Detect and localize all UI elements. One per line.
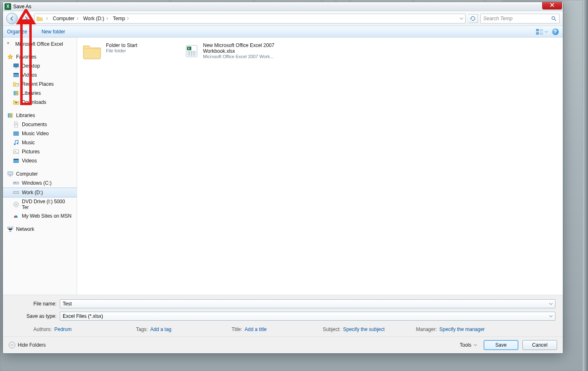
outer-scrollbar <box>582 0 588 371</box>
svg-rect-10 <box>17 91 18 96</box>
search-icon <box>551 16 557 21</box>
nav-msn-sites[interactable]: My Web Sites on MSN <box>3 211 77 221</box>
breadcrumb-drive[interactable]: Work (D:) <box>82 15 111 22</box>
arrow-left-icon <box>9 16 15 21</box>
titlebar[interactable]: X Save As <box>3 2 563 11</box>
excel-icon: X <box>5 3 11 10</box>
svg-rect-30 <box>9 231 11 232</box>
nav-pane: X Microsoft Office Excel Favorites Deskt… <box>3 38 77 295</box>
subject-value[interactable]: Specify the subject <box>343 326 385 332</box>
back-button[interactable] <box>6 13 18 24</box>
title-value[interactable]: Add a title <box>245 326 266 332</box>
nav-dvd-drive[interactable]: DVD Drive (I:) 5000 Ter <box>3 197 77 211</box>
nav-favorites[interactable]: Favorites <box>3 52 77 61</box>
address-bar[interactable]: Computer Work (D:) Temp <box>34 14 466 23</box>
tools-menu[interactable]: Tools <box>460 342 477 348</box>
chevron-down-icon[interactable] <box>459 16 463 21</box>
item-type: File folder <box>106 48 137 53</box>
close-button[interactable] <box>542 2 562 9</box>
item-excel-file[interactable]: X New Microsoft Office Excel 2007 Workbo… <box>183 41 282 61</box>
svg-rect-12 <box>9 113 11 118</box>
nav-lib-documents[interactable]: Documents <box>3 120 77 129</box>
nav-fav-videos[interactable]: Videos <box>3 70 77 80</box>
nav-lib-pictures[interactable]: Pictures <box>3 147 77 156</box>
type-select[interactable]: Excel Files (*.xlsx) <box>60 312 555 321</box>
item-name: New Microsoft Office Excel 2007 Workbook… <box>203 42 280 54</box>
svg-rect-22 <box>9 176 11 176</box>
music-icon <box>13 139 19 146</box>
authors-value[interactable]: Pedrum <box>54 326 72 332</box>
computer-icon <box>7 171 14 177</box>
svg-rect-24 <box>14 183 16 183</box>
collapse-icon <box>9 342 15 348</box>
video-icon <box>13 130 19 137</box>
recent-icon <box>13 81 19 87</box>
svg-rect-25 <box>13 191 19 193</box>
tags-label: Tags: <box>136 326 148 332</box>
chevron-down-icon[interactable] <box>548 301 554 307</box>
nav-fav-libraries[interactable]: Libraries <box>3 89 77 98</box>
filename-value: Test <box>63 301 72 307</box>
cancel-button[interactable]: Cancel <box>522 340 557 350</box>
nav-excel[interactable]: X Microsoft Office Excel <box>3 40 77 48</box>
manager-label: Manager: <box>416 326 437 332</box>
authors-label: Authors: <box>33 326 52 332</box>
svg-rect-11 <box>8 113 9 118</box>
hide-folders-button[interactable]: Hide Folders <box>9 342 46 348</box>
msn-icon <box>13 213 19 219</box>
nav-libraries[interactable]: Libraries <box>3 111 77 120</box>
breadcrumb-folder[interactable]: Temp <box>111 15 131 22</box>
svg-rect-29 <box>11 227 13 229</box>
svg-rect-13 <box>11 113 12 118</box>
nav-drive-c[interactable]: Windows (C:) <box>3 178 77 188</box>
save-options: File name: Test Save as type: Excel File… <box>3 295 563 336</box>
search-input[interactable]: Search Temp <box>480 14 560 23</box>
chevron-down-icon <box>545 30 548 33</box>
chevron-down-icon[interactable] <box>548 313 554 319</box>
breadcrumb-computer[interactable]: Computer <box>51 15 81 22</box>
nav-drive-d[interactable]: Work (D:) <box>3 188 77 197</box>
refresh-icon <box>470 16 476 21</box>
refresh-button[interactable] <box>468 14 478 23</box>
organize-menu[interactable]: Organize <box>7 29 32 35</box>
nav-fav-downloads[interactable]: Downloads <box>3 98 77 107</box>
help-icon: ? <box>552 28 559 35</box>
nav-lib-videos[interactable]: Videos <box>3 156 77 165</box>
svg-point-15 <box>14 143 16 145</box>
file-list[interactable]: Folder to Start File folder X New Micros… <box>77 38 563 295</box>
folder-icon <box>36 15 43 22</box>
nav-computer[interactable]: Computer <box>3 169 77 178</box>
desktop-icon <box>13 63 19 69</box>
new-folder-button[interactable]: New folder <box>42 29 65 35</box>
disc-icon <box>13 201 19 208</box>
arrow-right-icon <box>23 16 29 21</box>
item-folder[interactable]: Folder to Start File folder <box>80 41 179 61</box>
downloads-icon <box>13 99 19 106</box>
forward-button[interactable] <box>20 13 32 24</box>
document-icon <box>13 121 19 128</box>
breadcrumb-root[interactable] <box>44 16 50 21</box>
nav-fav-desktop[interactable]: Desktop <box>3 61 77 70</box>
organize-toolbar: Organize New folder ? <box>3 26 563 38</box>
item-type: Microsoft Office Excel 2007 Work... <box>203 54 280 59</box>
type-value: Excel Files (*.xlsx) <box>63 313 103 319</box>
metadata-row: Authors:Pedrum Tags:Add a tag Title:Add … <box>10 324 555 332</box>
view-options-button[interactable] <box>536 28 548 35</box>
nav-network[interactable]: Network <box>3 225 77 234</box>
window-title: Save As <box>13 4 31 9</box>
subject-label: Subject: <box>323 326 341 332</box>
nav-fav-recent[interactable]: Recent Places <box>3 80 77 89</box>
tags-value[interactable]: Add a tag <box>150 326 171 332</box>
nav-lib-music[interactable]: Music <box>3 138 77 147</box>
save-button[interactable]: Save <box>484 340 518 350</box>
manager-value[interactable]: Specify the manager <box>440 326 485 332</box>
help-button[interactable]: ? <box>552 28 559 35</box>
filename-input[interactable]: Test <box>60 299 555 308</box>
svg-rect-21 <box>8 172 13 175</box>
nav-lib-musicvideo[interactable]: Music Video <box>3 129 77 138</box>
folder-icon <box>82 42 102 60</box>
save-as-dialog: X Save As Computer Work (D:) Temp Search <box>2 2 563 354</box>
drive-icon <box>13 180 19 186</box>
svg-rect-14 <box>14 131 19 135</box>
svg-rect-28 <box>7 227 9 229</box>
